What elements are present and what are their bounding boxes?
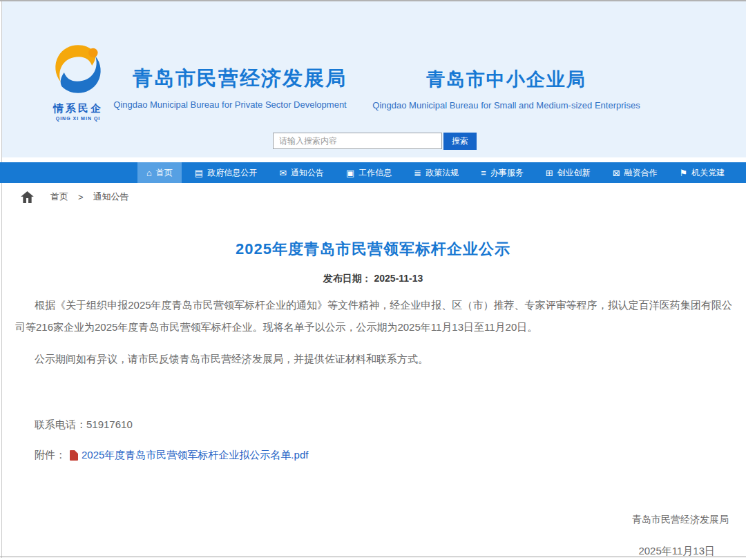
notice-bubble-icon: ✉ (279, 168, 287, 177)
frame-bottom-line (0, 557, 746, 557)
nav-label: 融资合作 (624, 167, 658, 179)
logo-swirl-icon (49, 40, 107, 98)
nav-item-financing[interactable]: ⊠ 融资合作 (604, 162, 667, 183)
contact-line: 联系电话：51917610 (35, 418, 133, 432)
nav-label: 办事服务 (490, 167, 524, 179)
nav-item-services[interactable]: ≡ 办事服务 (472, 162, 533, 183)
search-button[interactable]: 搜索 (443, 133, 477, 150)
breadcrumb-current: 通知公告 (93, 191, 129, 203)
main-nav: ⌂ 首页 ▤ 政府信息公开 ✉ 通知公告 ▣ 工作信息 ≣ 政策法规 ≡ 办事服… (0, 162, 746, 183)
breadcrumb-separator: > (78, 192, 84, 202)
nav-label: 工作信息 (358, 167, 392, 179)
nav-item-gov-info[interactable]: ▤ 政府信息公开 (186, 162, 266, 183)
bureau2-title-en: Qingdao Municipal Bureau for Small and M… (358, 100, 655, 110)
policy-document-icon: ≣ (414, 168, 421, 177)
party-flag-icon: ⚑ (680, 168, 688, 177)
publish-date-value: 2025-11-13 (374, 273, 423, 284)
search-input[interactable] (273, 133, 442, 149)
breadcrumb-home-link[interactable]: 首页 (50, 191, 68, 203)
finance-briefcase-icon: ⊠ (613, 168, 620, 177)
attachment-label: 附件： (35, 449, 66, 462)
logo-text-en: QING XI MIN QI (37, 116, 119, 121)
nav-item-policies[interactable]: ≣ 政策法规 (405, 162, 468, 183)
nav-label: 机关党建 (691, 167, 725, 179)
monitor-icon: ▣ (346, 168, 354, 177)
article-publish-date: 发布日期： 2025-11-13 (0, 273, 746, 285)
contact-label: 联系电话： (35, 418, 86, 430)
nav-item-party-building[interactable]: ⚑ 机关党建 (671, 162, 734, 183)
article-paragraph-1: 根据《关于组织申报2025年度青岛市民营领军标杆企业的通知》等文件精神，经企业申… (15, 294, 732, 338)
innovation-squares-icon: ⊞ (546, 168, 553, 177)
nav-item-innovation[interactable]: ⊞ 创业创新 (537, 162, 600, 183)
bureau2-title: 青岛市中小企业局 (361, 67, 651, 92)
nav-label: 创业创新 (557, 167, 591, 179)
publish-date-label: 发布日期： (323, 273, 372, 284)
breadcrumb-home-icon[interactable] (21, 191, 34, 203)
article-paragraph-2: 公示期间如有异议，请市民反馈青岛市民营经济发展局，并提供佐证材料和联系方式。 (15, 348, 732, 370)
breadcrumb: 首页 > 通知公告 (21, 191, 129, 203)
contact-phone: 51917610 (86, 418, 133, 430)
nav-label: 政府信息公开 (207, 167, 257, 179)
page: 情系民企 QING XI MIN QI 青岛市民营经济发展局 Qingdao M… (0, 0, 746, 560)
article-title: 2025年度青岛市民营领军标杆企业公示 (0, 239, 746, 260)
article-signature: 青岛市民营经济发展局 (632, 514, 729, 526)
attachment-pdf-link[interactable]: 2025年度青岛市民营领军标杆企业拟公示名单.pdf (82, 449, 308, 462)
nav-label: 首页 (156, 167, 173, 179)
document-icon: ▤ (195, 168, 203, 177)
pdf-file-icon (70, 450, 78, 461)
nav-item-work-info[interactable]: ▣ 工作信息 (337, 162, 401, 183)
bureau1-title: 青岛市民营经济发展局 (118, 65, 361, 93)
service-layers-icon: ≡ (481, 168, 486, 177)
home-icon: ⌂ (146, 168, 152, 177)
attachment-line: 附件： 2025年度青岛市民营领军标杆企业拟公示名单.pdf (35, 449, 308, 462)
site-header: 情系民企 QING XI MIN QI 青岛市民营经济发展局 Qingdao M… (2, 1, 746, 157)
bureau1-title-en: Qingdao Municipal Bureau for Private Sec… (99, 99, 361, 110)
nav-label: 通知公告 (291, 167, 324, 179)
nav-item-notices[interactable]: ✉ 通知公告 (270, 162, 333, 183)
nav-label: 政策法规 (425, 167, 459, 179)
nav-item-home[interactable]: ⌂ 首页 (137, 162, 182, 183)
